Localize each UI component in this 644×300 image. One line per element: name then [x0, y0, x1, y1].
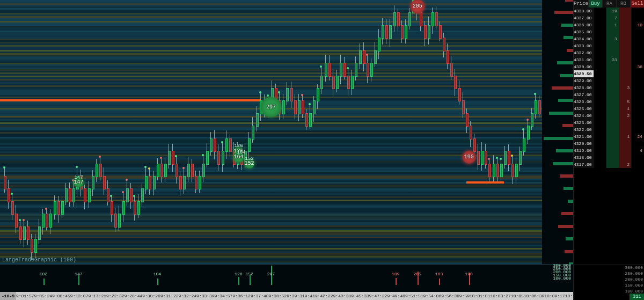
dom-rows[interactable]: 4338.00194337.0074336.001104335.004334.0…	[574, 8, 644, 300]
dom-row[interactable]: 4324.002	[574, 112, 644, 119]
time-tick: 9:39:31	[287, 292, 305, 300]
dom-row[interactable]: 4327.00	[574, 91, 644, 98]
dom-row[interactable]: 4328.003	[574, 84, 644, 91]
time-tick: 9:51:51	[405, 292, 423, 300]
time-tick: 9:31:22	[160, 292, 179, 300]
time-tick: -10-9	[0, 292, 16, 300]
dom-row[interactable]: 4337.007	[574, 14, 644, 21]
dom-col-sell[interactable]: Sell	[631, 0, 644, 8]
time-tick: 9:36:12	[232, 292, 251, 300]
time-tick: 10:09:17	[544, 292, 565, 300]
dom-row[interactable]: 4335.00	[574, 28, 644, 35]
time-tick: 9:33:39	[196, 292, 215, 300]
time-tick: 9:49:40	[387, 292, 405, 300]
vol-bar	[157, 279, 158, 285]
dom-row[interactable]: 4332.00	[574, 49, 644, 56]
large-trade-histogram[interactable]: 102147104126152297109205103190100.000150…	[0, 264, 573, 292]
volume-profile	[542, 0, 573, 264]
dom-row[interactable]: 4318.00	[574, 154, 644, 161]
dom-row[interactable]: 4320.00	[574, 140, 644, 147]
time-tick: 10:03:27	[490, 292, 510, 300]
dom-col-rb: RB	[617, 0, 631, 8]
time-tick: 9:28:44	[125, 292, 143, 300]
dom-row[interactable]: 4336.00110	[574, 21, 644, 28]
dom-row[interactable]: 4331.0033	[574, 56, 644, 63]
time-tick: 9:34:57	[215, 292, 233, 300]
vol-bar	[439, 279, 440, 285]
dom-row[interactable]: 4325.001	[574, 105, 644, 112]
time-tick: 9:54:06	[423, 292, 442, 300]
dom-row[interactable]: 4338.0019	[574, 8, 644, 14]
dom-col-ra: RA	[603, 0, 617, 8]
depth-of-market[interactable]: Price Buy RA RB Sell 4338.00194337.00743…	[573, 0, 644, 300]
dom-col-buy[interactable]: Buy	[589, 0, 603, 8]
price-chart[interactable]: 147126164152297205190126164152147 LargeT…	[0, 0, 542, 264]
dom-footer-count: 311	[630, 294, 644, 300]
large-trade-bubble: 297	[261, 97, 281, 117]
dom-row[interactable]: 4317.002	[574, 161, 644, 168]
dom-row[interactable]: 4329.00	[574, 77, 644, 84]
dom-col-price: Price	[574, 0, 589, 8]
dom-row[interactable]: 4330.0038	[574, 63, 644, 70]
time-tick: 9:59	[459, 292, 470, 300]
dom-row[interactable]: 4321.00124	[574, 133, 644, 140]
time-tick: 9:47:22	[369, 292, 387, 300]
time-tick: 9:08:45	[52, 292, 70, 300]
time-tick: 9:30:26	[142, 292, 160, 300]
large-trade-graphic-label: LargeTradeGraphic (100)	[2, 257, 76, 263]
time-tick: 9:56:36	[441, 292, 459, 300]
trading-app: [Sim1] Trade 3@4325.00 DPL:0.00P 1471261…	[0, 0, 644, 300]
dom-row[interactable]: 4322.00	[574, 126, 644, 133]
large-trade-bubble: 205	[411, 0, 425, 13]
time-axis: -10-99:01:579:05:249:08:459:13:079:17:21…	[0, 292, 573, 300]
time-tick: 9:22:32	[106, 292, 125, 300]
vol-bar	[238, 277, 239, 285]
dom-row[interactable]: 4333.00	[574, 42, 644, 49]
vol-bar	[78, 275, 79, 285]
time-tick: 9:37:40	[251, 292, 269, 300]
candlesticks	[0, 0, 542, 264]
time-tick: 9:38:52	[269, 292, 287, 300]
time-tick: 10:22:20	[565, 292, 573, 300]
dom-row[interactable]: 4323.00	[574, 119, 644, 126]
time-tick: 9:42:22	[315, 292, 333, 300]
vol-bar	[396, 278, 397, 285]
time-tick: 9:05:24	[34, 292, 53, 300]
time-tick: 9:41	[305, 292, 315, 300]
vol-bar	[250, 275, 251, 285]
time-tick: 9:13:07	[70, 292, 89, 300]
dom-row[interactable]: 4334.003	[574, 35, 644, 42]
dom-header: Price Buy RA RB Sell	[574, 0, 644, 8]
dom-row[interactable]: 4319.004	[574, 147, 644, 154]
dom-row[interactable]: 4329.50	[574, 70, 644, 77]
time-tick: 9:32:24	[178, 292, 196, 300]
time-tick: 9:01:57	[16, 292, 34, 300]
large-trade-bubble: 190	[463, 151, 475, 164]
time-tick: 10:05	[511, 292, 524, 300]
time-tick: 10:06:39	[524, 292, 544, 300]
time-tick: 9:43:38	[333, 292, 352, 300]
time-tick: 10:01:01	[470, 292, 490, 300]
vol-bar	[43, 279, 45, 285]
time-tick: 9:45:33	[351, 292, 369, 300]
dom-row[interactable]: 4326.005	[574, 98, 644, 105]
time-tick: 9:17:21	[88, 292, 106, 300]
